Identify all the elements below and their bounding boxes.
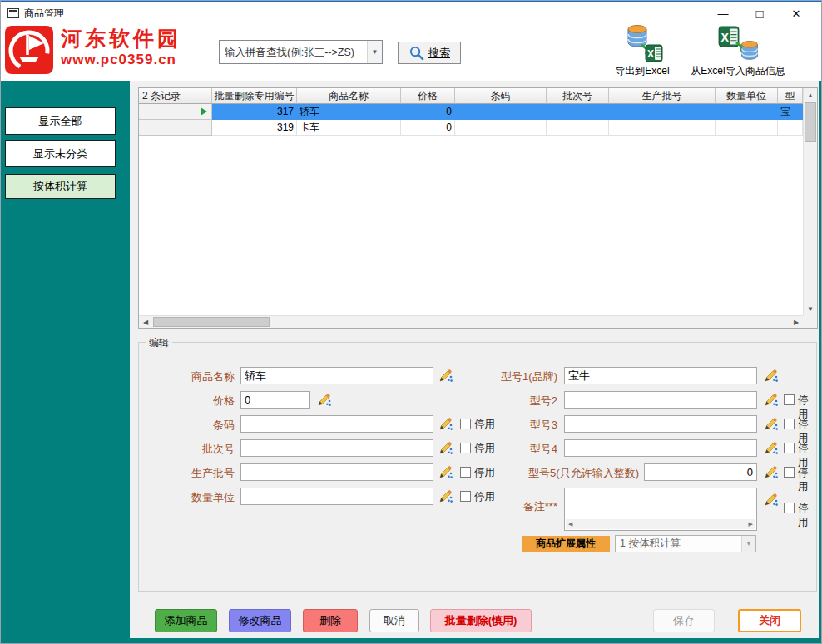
row-header-cell[interactable]: [139, 104, 212, 120]
model2-stop-checkbox[interactable]: [784, 394, 795, 405]
delete-button[interactable]: 删除: [303, 609, 358, 632]
edit-group-title: 编辑: [146, 336, 172, 350]
chevron-down-icon[interactable]: ▼: [367, 41, 382, 63]
horizontal-scrollbar-thumb[interactable]: [153, 317, 270, 327]
chevron-down-icon[interactable]: ▼: [741, 536, 755, 552]
edit-icon[interactable]: [764, 493, 778, 507]
cell-id[interactable]: 319: [212, 120, 297, 136]
cell-prod-batch[interactable]: [609, 104, 716, 120]
edit-icon[interactable]: [764, 465, 778, 479]
vertical-scrollbar-thumb[interactable]: [805, 102, 816, 142]
close-form-button[interactable]: 关闭: [738, 609, 801, 632]
column-header-barcode[interactable]: 条码: [455, 88, 547, 104]
batch-no-stop-checkbox[interactable]: [460, 443, 471, 453]
vertical-scrollbar[interactable]: ▲ ▼: [803, 88, 817, 315]
cell-name[interactable]: 卡车: [297, 120, 401, 136]
table-row[interactable]: 317 轿车 0 宝: [139, 104, 817, 120]
cell-batch[interactable]: [547, 104, 609, 120]
model5-stop-checkbox[interactable]: [784, 467, 795, 478]
search-button[interactable]: 搜索: [398, 42, 461, 64]
model4-stop-checkbox[interactable]: [784, 443, 795, 453]
column-header-batch-delete-id[interactable]: 批量删除专用编号: [212, 88, 297, 104]
barcode-input[interactable]: [240, 415, 433, 433]
cell-name[interactable]: 轿车: [297, 104, 401, 120]
maximize-button[interactable]: □: [741, 3, 778, 23]
column-header-brand-partial[interactable]: 型: [778, 88, 803, 104]
remark-scrollbar[interactable]: ◀ ▶: [566, 519, 755, 529]
scroll-left-icon[interactable]: ◀: [568, 521, 572, 528]
column-header-prod-batch[interactable]: 生产批号: [609, 88, 716, 104]
model3-input[interactable]: [564, 415, 757, 433]
edit-icon[interactable]: [764, 369, 778, 383]
batch-delete-button[interactable]: 批量删除(慎用): [430, 609, 532, 632]
app-window: 商品管理 — □ ✕ 河东软件园 www.pc0359.cn ▼: [0, 0, 822, 644]
unit-input[interactable]: [240, 488, 433, 505]
horizontal-scrollbar[interactable]: ◀ ▶: [139, 315, 803, 328]
sidebar-item-calc-by-volume[interactable]: 按体积计算: [5, 174, 116, 199]
cell-barcode[interactable]: [455, 104, 547, 120]
edit-icon[interactable]: [764, 393, 778, 407]
remark-textarea[interactable]: ◀ ▶: [564, 488, 757, 531]
table-row[interactable]: 319 卡车 0: [139, 120, 817, 136]
edit-icon[interactable]: [438, 441, 453, 455]
cancel-button[interactable]: 取消: [369, 609, 419, 632]
cell-brand[interactable]: [778, 120, 803, 136]
scroll-left-icon[interactable]: ◀: [139, 316, 152, 328]
model2-input[interactable]: [564, 391, 757, 409]
cell-unit[interactable]: [716, 104, 778, 120]
cell-brand[interactable]: 宝: [778, 104, 803, 120]
cell-prod-batch[interactable]: [609, 120, 716, 136]
sidebar-item-show-uncategorized[interactable]: 显示未分类: [5, 140, 116, 167]
model3-stop-checkbox[interactable]: [784, 419, 795, 429]
scroll-right-icon[interactable]: ▶: [790, 316, 803, 328]
column-header-unit[interactable]: 数量单位: [716, 88, 778, 104]
model4-input[interactable]: [564, 439, 757, 457]
search-input[interactable]: [220, 41, 367, 63]
column-header-price[interactable]: 价格: [401, 88, 455, 104]
sidebar-item-show-all[interactable]: 显示全部: [5, 107, 116, 135]
edit-icon[interactable]: [764, 441, 778, 455]
row-header-cell[interactable]: [139, 120, 212, 136]
cell-batch[interactable]: [547, 120, 609, 136]
prod-batch-input[interactable]: [240, 463, 433, 481]
batch-no-input[interactable]: [240, 439, 433, 457]
barcode-stop-checkbox[interactable]: [460, 419, 471, 429]
remark-stop-checkbox[interactable]: [784, 503, 795, 513]
product-name-label: 商品名称: [151, 369, 235, 384]
extended-attribute-label: 商品扩展属性: [522, 536, 610, 552]
edit-icon[interactable]: [438, 465, 453, 479]
scroll-down-icon[interactable]: ▼: [804, 302, 817, 315]
model4-label: 型号4: [488, 442, 557, 457]
column-header-product-name[interactable]: 商品名称: [297, 88, 401, 104]
minimize-button[interactable]: —: [705, 3, 741, 23]
import-from-excel-button[interactable]: 从Excel导入商品信息: [671, 24, 805, 78]
price-input[interactable]: [240, 391, 310, 409]
add-product-button[interactable]: 添加商品: [155, 609, 217, 632]
edit-icon[interactable]: [317, 393, 331, 407]
main-area: 显示全部 显示未分类 按体积计算 2 条记录 批量删除专用编号 商品名称 价格 …: [1, 81, 821, 643]
extended-attribute-select[interactable]: 1 按体积计算 ▼: [615, 535, 756, 552]
site-logo-icon: [4, 25, 54, 75]
cell-barcode[interactable]: [455, 120, 547, 136]
edit-icon[interactable]: [438, 489, 453, 503]
product-name-input[interactable]: [240, 367, 433, 384]
close-button[interactable]: ✕: [778, 3, 815, 23]
cell-id[interactable]: 317: [212, 104, 297, 120]
import-excel-icon: [716, 24, 760, 63]
model5-input[interactable]: [644, 463, 757, 481]
scroll-right-icon[interactable]: ▶: [749, 521, 753, 528]
scroll-up-icon[interactable]: ▲: [804, 88, 817, 102]
cell-unit[interactable]: [716, 120, 778, 136]
edit-icon[interactable]: [438, 369, 453, 383]
content-panel: 2 条记录 批量删除专用编号 商品名称 价格 条码 批次号 生产批号 数量单位 …: [130, 81, 819, 638]
save-button[interactable]: 保存: [653, 609, 715, 632]
edit-icon[interactable]: [438, 417, 453, 431]
cell-price[interactable]: 0: [401, 104, 455, 120]
column-header-batch-no[interactable]: 批次号: [547, 88, 609, 104]
cell-price[interactable]: 0: [401, 120, 455, 136]
edit-icon[interactable]: [764, 417, 778, 431]
model1-input[interactable]: [564, 367, 757, 384]
model1-label: 型号1(品牌): [488, 369, 557, 384]
modify-product-button[interactable]: 修改商品: [229, 609, 291, 632]
unit-stop-checkbox[interactable]: [460, 491, 471, 502]
